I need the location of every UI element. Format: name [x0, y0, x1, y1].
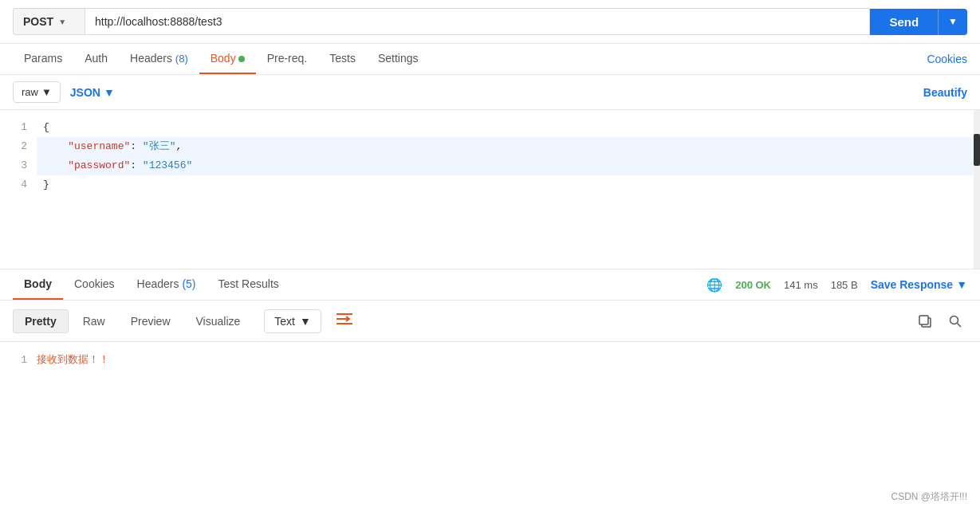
- resp-headers-label: Headers: [137, 277, 183, 290]
- resp-content: 接收到数据！！: [37, 350, 980, 382]
- method-chevron-icon: ▼: [58, 18, 66, 26]
- json-select[interactable]: JSON ▼: [67, 82, 118, 103]
- response-action-icons: [913, 309, 967, 333]
- scrollbar-thumb[interactable]: [974, 134, 980, 166]
- request-tabs: Params Auth Headers (8) Body Pre-req. Te…: [0, 44, 980, 75]
- response-status: 🌐 200 OK 141 ms 185 B Save Response ▼: [706, 277, 967, 293]
- body-label: Body: [211, 52, 236, 65]
- code-line-2: "username": "张三",: [37, 137, 980, 156]
- beautify-button[interactable]: Beautify: [923, 86, 967, 99]
- format-tab-visualize[interactable]: Visualize: [185, 310, 252, 332]
- text-dropdown[interactable]: Text ▼: [264, 309, 321, 333]
- tab-params[interactable]: Params: [13, 44, 73, 74]
- svg-point-5: [950, 316, 958, 324]
- code-line-3: "password": "123456": [37, 156, 980, 175]
- format-tab-preview[interactable]: Preview: [120, 310, 182, 332]
- json-label: JSON: [70, 86, 100, 99]
- footer-text: CSDN @塔塔开!!!: [891, 491, 967, 502]
- send-btn-group: Send ▼: [870, 9, 967, 35]
- cookies-link[interactable]: Cookies: [927, 45, 967, 73]
- line-numbers: 1 2 3 4: [0, 110, 37, 269]
- scrollbar-track[interactable]: [974, 110, 980, 269]
- url-input[interactable]: [85, 8, 870, 35]
- tab-auth[interactable]: Auth: [73, 44, 119, 74]
- format-tab-pretty[interactable]: Pretty: [13, 309, 69, 333]
- json-chevron-icon: ▼: [104, 86, 115, 99]
- response-time: 141 ms: [784, 279, 818, 291]
- resp-tab-cookies[interactable]: Cookies: [63, 269, 126, 300]
- raw-chevron-icon: ▼: [41, 86, 52, 98]
- method-select[interactable]: POST ▼: [13, 8, 85, 35]
- raw-label: raw: [22, 86, 38, 98]
- resp-tab-test-results[interactable]: Test Results: [207, 269, 290, 300]
- save-response-chevron-icon: ▼: [956, 278, 967, 291]
- resp-tab-headers[interactable]: Headers (5): [126, 269, 207, 300]
- resp-line-numbers: 1: [0, 350, 37, 382]
- svg-rect-4: [919, 316, 928, 324]
- response-tabs: Body Cookies Headers (5) Test Results 🌐 …: [0, 269, 980, 301]
- search-button[interactable]: [943, 309, 967, 333]
- resp-line-1: 接收到数据！！: [37, 350, 980, 371]
- globe-icon: 🌐: [706, 277, 722, 293]
- body-dot: [238, 56, 245, 62]
- copy-button[interactable]: [913, 309, 937, 333]
- code-content[interactable]: { "username": "张三", "password": "123456"…: [37, 110, 980, 269]
- tab-tests[interactable]: Tests: [318, 44, 367, 74]
- response-format-bar: Pretty Raw Preview Visualize Text ▼: [0, 301, 980, 342]
- url-bar: POST ▼ Send ▼: [0, 0, 980, 44]
- method-label: POST: [23, 15, 53, 28]
- save-response-label: Save Response: [871, 278, 954, 291]
- send-chevron-button[interactable]: ▼: [938, 9, 967, 35]
- wrap-button[interactable]: [328, 307, 361, 335]
- body-options-bar: raw ▼ JSON ▼ Beautify: [0, 75, 980, 110]
- status-code: 200 OK: [735, 279, 771, 291]
- resp-headers-badge: (5): [182, 277, 195, 290]
- tab-headers[interactable]: Headers (8): [119, 44, 199, 74]
- raw-select[interactable]: raw ▼: [13, 81, 61, 103]
- wrap-icon: [336, 312, 353, 326]
- resp-tab-body[interactable]: Body: [13, 269, 63, 300]
- code-editor[interactable]: 1 2 3 4 { "username": "张三", "password": …: [0, 110, 980, 269]
- text-dropdown-chevron-icon: ▼: [300, 315, 311, 328]
- response-size: 185 B: [831, 279, 858, 291]
- headers-badge: (8): [175, 53, 188, 65]
- code-line-1: {: [37, 118, 980, 137]
- save-response-button[interactable]: Save Response ▼: [871, 278, 967, 291]
- headers-label: Headers: [130, 52, 175, 65]
- footer: CSDN @塔塔开!!!: [878, 487, 980, 507]
- format-tab-raw[interactable]: Raw: [72, 310, 116, 332]
- code-line-4: }: [37, 175, 980, 195]
- send-button[interactable]: Send: [870, 9, 938, 35]
- tab-settings[interactable]: Settings: [367, 44, 430, 74]
- text-dropdown-label: Text: [274, 315, 295, 328]
- tab-body[interactable]: Body: [199, 44, 256, 74]
- svg-line-6: [958, 323, 962, 327]
- tab-prereq[interactable]: Pre-req.: [256, 44, 319, 74]
- response-body: 1 接收到数据！！: [0, 342, 980, 390]
